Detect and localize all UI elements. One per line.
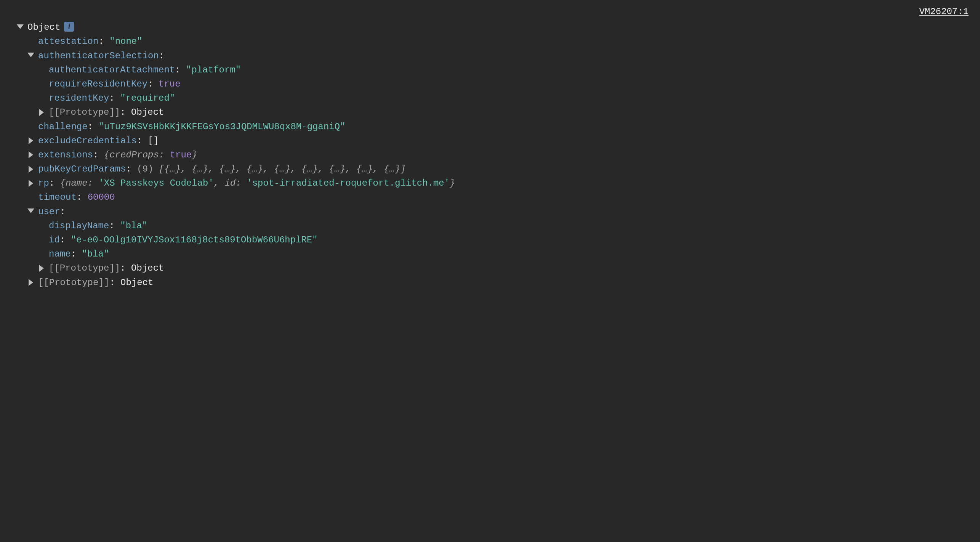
array-preview: [{…}, {…}, {…}, {…}, {…}, {…}, {…}, {…},…	[159, 162, 406, 176]
chevron-right-icon[interactable]	[29, 137, 33, 144]
prop-user-name[interactable]: name: "bla"	[8, 247, 972, 261]
prop-user[interactable]: user:	[8, 205, 972, 219]
prop-authenticator-attachment[interactable]: authenticatorAttachment: "platform"	[8, 63, 972, 77]
preview-value: 'spot-irradiated-roquefort.glitch.me'	[247, 176, 450, 190]
chevron-down-icon[interactable]	[27, 53, 34, 57]
prop-key: authenticatorAttachment	[49, 63, 175, 77]
prop-key: timeout	[38, 190, 77, 204]
prop-value: "bla"	[82, 247, 109, 261]
prop-authenticator-selection[interactable]: authenticatorSelection:	[8, 49, 972, 63]
prop-value: "uTuz9KSVsHbKKjKKFEGsYos3JQDMLWU8qx8M-gg…	[98, 120, 345, 134]
prop-key: [[Prototype]]	[49, 261, 120, 275]
prop-key: user	[38, 205, 60, 219]
preview-value: true	[170, 148, 192, 162]
prop-value: 60000	[88, 190, 115, 204]
chevron-right-icon[interactable]	[29, 151, 33, 158]
preview-close: }	[192, 148, 197, 162]
prop-challenge[interactable]: challenge: "uTuz9KSVsHbKKjKKFEGsYos3JQDM…	[8, 120, 972, 134]
preview-key: id	[225, 176, 236, 190]
prop-key: id	[49, 233, 60, 247]
prop-key: residentKey	[49, 91, 109, 105]
chevron-right-icon[interactable]	[29, 279, 33, 286]
prop-attestation[interactable]: attestation: "none"	[8, 34, 972, 48]
preview-key: name	[66, 176, 88, 190]
prop-value: "platform"	[186, 63, 241, 77]
chevron-down-icon[interactable]	[17, 24, 24, 29]
prop-value: Object	[120, 276, 153, 290]
prop-value: "e-e0-OOlg10IVYJSox1168j8cts89tObbW66U6h…	[71, 233, 318, 247]
prop-value: "required"	[120, 91, 175, 105]
chevron-right-icon[interactable]	[39, 265, 44, 272]
prop-key: excludeCredentials	[38, 134, 137, 148]
prop-prototype[interactable]: [[Prototype]]: Object	[8, 105, 972, 119]
prop-extensions[interactable]: extensions: {credProps:true}	[8, 148, 972, 162]
info-icon[interactable]: i	[64, 22, 74, 32]
prop-key: requireResidentKey	[49, 77, 147, 91]
prop-prototype[interactable]: [[Prototype]]: Object	[8, 261, 972, 275]
prop-value: "none"	[109, 34, 142, 48]
array-count: (9)	[137, 162, 153, 176]
prop-key: displayName	[49, 219, 109, 233]
chevron-right-icon[interactable]	[39, 109, 44, 116]
prop-key: attestation	[38, 34, 98, 48]
prop-value: Object	[131, 261, 164, 275]
prop-require-resident-key[interactable]: requireResidentKey: true	[8, 77, 972, 91]
source-link[interactable]: VM26207:1	[8, 5, 972, 19]
prop-user-display-name[interactable]: displayName: "bla"	[8, 219, 972, 233]
prop-prototype[interactable]: [[Prototype]]: Object	[8, 276, 972, 290]
prop-key: name	[49, 247, 71, 261]
object-class-name: Object	[27, 20, 60, 34]
preview-open: {	[60, 176, 66, 190]
prop-key: authenticatorSelection	[38, 49, 159, 63]
prop-key: extensions	[38, 148, 93, 162]
prop-value: Object	[131, 105, 164, 119]
preview-open: {	[104, 148, 109, 162]
preview-key: credProps	[109, 148, 159, 162]
prop-pubkey-cred-params[interactable]: pubKeyCredParams: (9) [{…}, {…}, {…}, {……	[8, 162, 972, 176]
prop-user-id[interactable]: id: "e-e0-OOlg10IVYJSox1168j8cts89tObbW6…	[8, 233, 972, 247]
prop-exclude-credentials[interactable]: excludeCredentials: []	[8, 134, 972, 148]
prop-key: [[Prototype]]	[38, 276, 109, 290]
object-root-row[interactable]: Object i	[8, 20, 972, 34]
prop-rp[interactable]: rp: {name:'XS Passkeys Codelab',id:'spot…	[8, 176, 972, 190]
prop-key: rp	[38, 176, 49, 190]
preview-close: }	[450, 176, 455, 190]
prop-value: []	[148, 134, 159, 148]
prop-key: [[Prototype]]	[49, 105, 120, 119]
prop-key: challenge	[38, 120, 88, 134]
preview-value: 'XS Passkeys Codelab'	[98, 176, 213, 190]
prop-timeout[interactable]: timeout: 60000	[8, 190, 972, 204]
prop-value: true	[159, 77, 181, 91]
chevron-right-icon[interactable]	[29, 166, 33, 173]
chevron-down-icon[interactable]	[27, 208, 34, 213]
prop-resident-key[interactable]: residentKey: "required"	[8, 91, 972, 105]
chevron-right-icon[interactable]	[29, 180, 33, 187]
prop-value: "bla"	[120, 219, 147, 233]
prop-key: pubKeyCredParams	[38, 162, 126, 176]
